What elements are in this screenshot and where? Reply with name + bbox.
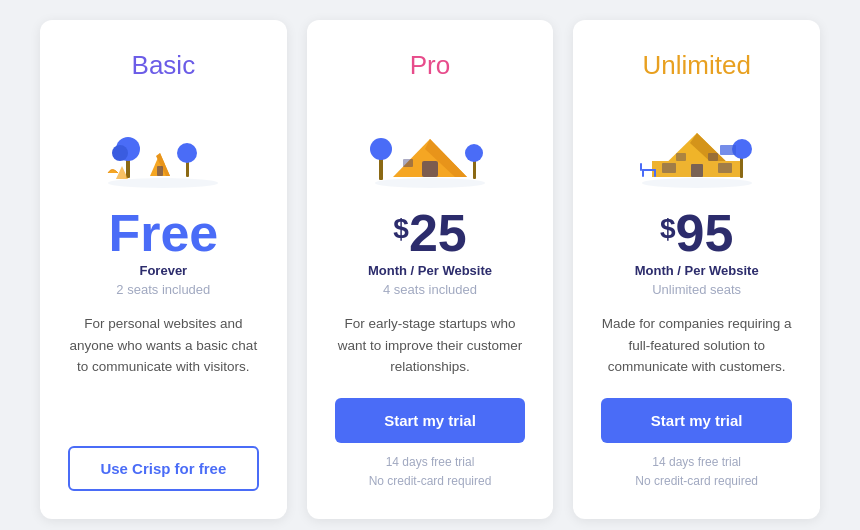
pricing-container: Basic — [0, 0, 860, 530]
price-label-basic: Free — [108, 207, 218, 259]
price-dollar-unlimited: $ — [660, 213, 676, 245]
price-dollar-pro: $ — [393, 213, 409, 245]
pricing-card-unlimited: Unlimited — [573, 20, 820, 519]
trial-note-unlimited: 14 days free trialNo credit-card require… — [635, 453, 758, 491]
plan-title-basic: Basic — [132, 50, 196, 81]
plan-title-unlimited: Unlimited — [642, 50, 750, 81]
svg-rect-33 — [654, 169, 656, 177]
period-basic: Forever — [139, 263, 187, 278]
svg-rect-25 — [662, 163, 676, 173]
period-pro: Month / Per Website — [368, 263, 492, 278]
price-amount-unlimited: 95 — [676, 207, 734, 259]
svg-rect-29 — [740, 156, 743, 178]
price-display-unlimited: $ 95 — [660, 207, 733, 259]
cta-button-unlimited[interactable]: Start my trial — [601, 398, 792, 443]
svg-point-10 — [375, 178, 485, 188]
cta-button-basic[interactable]: Use Crisp for free — [68, 446, 259, 491]
svg-point-0 — [108, 178, 218, 188]
description-pro: For early-stage startups who want to imp… — [335, 313, 526, 378]
svg-rect-35 — [720, 145, 736, 155]
svg-rect-17 — [473, 159, 476, 179]
svg-point-19 — [642, 178, 752, 188]
description-basic: For personal websites and anyone who wan… — [68, 313, 259, 426]
svg-rect-28 — [708, 153, 718, 161]
pricing-card-basic: Basic — [40, 20, 287, 519]
seats-basic: 2 seats included — [116, 282, 210, 297]
svg-rect-31 — [642, 169, 656, 171]
trial-note-pro: 14 days free trialNo credit-card require… — [369, 453, 492, 491]
plan-title-pro: Pro — [410, 50, 450, 81]
svg-rect-24 — [691, 164, 703, 177]
seats-pro: 4 seats included — [383, 282, 477, 297]
seats-unlimited: Unlimited seats — [652, 282, 741, 297]
svg-rect-27 — [676, 153, 686, 161]
price-amount-pro: 25 — [409, 207, 467, 259]
illustration-pro — [365, 99, 495, 189]
svg-point-8 — [177, 143, 197, 163]
illustration-basic — [98, 99, 228, 189]
cta-button-pro[interactable]: Start my trial — [335, 398, 526, 443]
price-display-basic: Free — [108, 207, 218, 259]
svg-rect-32 — [642, 169, 644, 177]
svg-point-16 — [370, 138, 392, 160]
illustration-unlimited — [632, 99, 762, 189]
svg-point-6 — [112, 145, 128, 161]
svg-point-18 — [465, 144, 483, 162]
svg-rect-13 — [422, 161, 438, 177]
svg-rect-26 — [718, 163, 732, 173]
period-unlimited: Month / Per Website — [635, 263, 759, 278]
svg-rect-14 — [403, 159, 413, 167]
svg-rect-34 — [640, 163, 642, 171]
description-unlimited: Made for companies requiring a full-feat… — [601, 313, 792, 378]
pricing-card-pro: Pro $ 25 Month — [307, 20, 554, 519]
price-display-pro: $ 25 — [393, 207, 466, 259]
svg-rect-3 — [157, 166, 163, 176]
